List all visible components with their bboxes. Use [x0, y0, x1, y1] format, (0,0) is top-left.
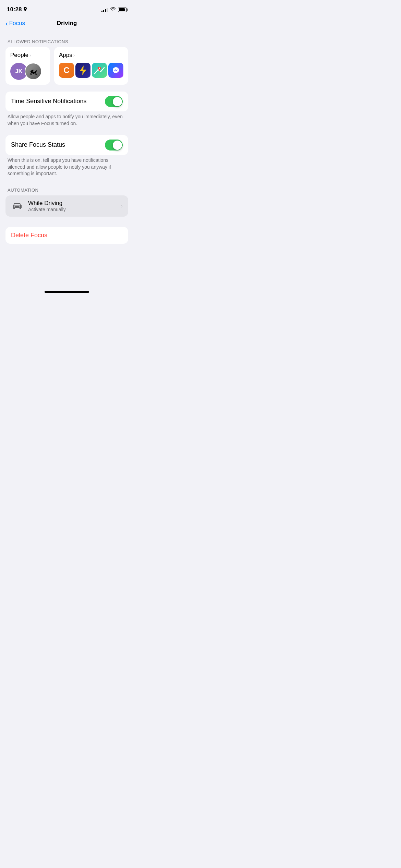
- notifications-cards-row: People › JK Apps › C: [5, 47, 128, 85]
- apps-card[interactable]: Apps › C: [54, 47, 128, 85]
- app-icon-maps: [92, 63, 107, 78]
- main-content: ALLOWED NOTIFICATIONS People › JK Apps ›…: [0, 31, 134, 257]
- people-avatars: JK: [10, 63, 45, 80]
- while-driving-title: While Driving: [28, 200, 116, 207]
- app-icon-c: C: [59, 63, 74, 78]
- navigation-bar: ‹ Focus Driving: [0, 17, 134, 31]
- home-indicator: [0, 284, 134, 296]
- time-sensitive-toggle[interactable]: [105, 96, 123, 107]
- share-focus-label: Share Focus Status: [11, 141, 105, 149]
- back-label: Focus: [9, 20, 25, 27]
- apps-icons-row: C: [59, 63, 123, 78]
- location-icon: [23, 7, 27, 12]
- share-focus-description: When this is on, tell apps you have noti…: [5, 157, 128, 181]
- automation-card[interactable]: While Driving Activate manually ›: [5, 195, 128, 217]
- apps-card-title: Apps ›: [59, 52, 123, 59]
- wifi-icon: [110, 7, 116, 12]
- back-chevron-icon: ‹: [5, 20, 8, 27]
- while-driving-chevron-icon: ›: [121, 203, 123, 209]
- time-display: 10:28: [7, 6, 22, 13]
- back-button[interactable]: ‹ Focus: [5, 20, 25, 27]
- app-icon-bolt: [75, 63, 90, 78]
- allowed-notifications-section-label: ALLOWED NOTIFICATIONS: [5, 39, 128, 44]
- battery-icon: [118, 8, 127, 12]
- time-sensitive-card: Time Sensitive Notifications: [5, 92, 128, 111]
- automation-text: While Driving Activate manually: [28, 200, 116, 212]
- while-driving-row[interactable]: While Driving Activate manually ›: [5, 195, 128, 217]
- car-icon: [11, 200, 23, 212]
- share-focus-toggle[interactable]: [105, 140, 123, 150]
- delete-focus-card: Delete Focus: [5, 227, 128, 244]
- people-label: People: [10, 52, 28, 59]
- status-time: 10:28: [7, 6, 27, 13]
- share-focus-card: Share Focus Status: [5, 135, 128, 155]
- apps-chevron-icon: ›: [73, 52, 75, 58]
- home-bar: [45, 291, 89, 293]
- time-sensitive-label: Time Sensitive Notifications: [11, 97, 105, 105]
- delete-focus-row[interactable]: Delete Focus: [5, 227, 128, 244]
- toggle-thumb: [113, 97, 122, 106]
- delete-focus-label: Delete Focus: [11, 232, 47, 239]
- people-card[interactable]: People › JK: [5, 47, 50, 85]
- apps-label: Apps: [59, 52, 72, 59]
- share-focus-toggle-thumb: [113, 141, 122, 150]
- share-focus-row: Share Focus Status: [5, 135, 128, 155]
- automation-section-label: AUTOMATION: [5, 188, 128, 193]
- page-title: Driving: [57, 20, 77, 27]
- svg-point-2: [99, 68, 100, 69]
- time-sensitive-description: Allow people and apps to notify you imme…: [5, 113, 128, 131]
- people-chevron-icon: ›: [29, 52, 31, 58]
- while-driving-subtitle: Activate manually: [28, 207, 116, 212]
- signal-icon: [101, 7, 108, 12]
- time-sensitive-row: Time Sensitive Notifications: [5, 92, 128, 111]
- status-bar: 10:28: [0, 0, 134, 17]
- app-icon-messenger: [108, 63, 123, 78]
- svg-point-3: [111, 65, 121, 75]
- people-card-title: People ›: [10, 52, 45, 59]
- status-indicators: [101, 7, 127, 12]
- avatar-photo: [25, 63, 42, 80]
